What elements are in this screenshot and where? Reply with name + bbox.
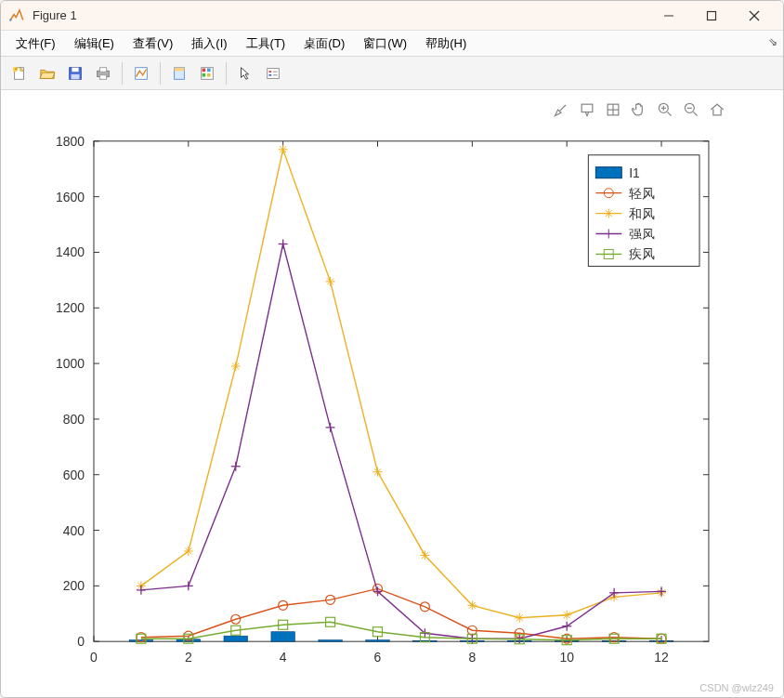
figure-window: Figure 1 文件(F) 编辑(E) 查看(V) 插入(I) 工具(T) 桌… xyxy=(0,0,784,698)
menu-help[interactable]: 帮助(H) xyxy=(416,33,476,55)
bar xyxy=(129,640,152,641)
svg-rect-10 xyxy=(72,67,78,72)
menu-view[interactable]: 查看(V) xyxy=(124,33,182,55)
bar xyxy=(366,640,389,641)
bar xyxy=(602,640,625,641)
svg-text:2: 2 xyxy=(185,650,192,665)
menu-insert[interactable]: 插入(I) xyxy=(182,33,236,55)
svg-text:800: 800 xyxy=(63,412,85,427)
svg-text:6: 6 xyxy=(374,650,382,665)
svg-rect-20 xyxy=(207,68,211,72)
pointer-button[interactable] xyxy=(232,60,258,86)
colorbar-button[interactable] xyxy=(194,60,220,86)
window-title: Figure 1 xyxy=(33,8,77,22)
svg-rect-13 xyxy=(99,67,106,72)
menu-overflow-icon[interactable]: ⇘ xyxy=(768,35,777,48)
bar xyxy=(649,640,673,641)
svg-text:1800: 1800 xyxy=(56,134,85,149)
menu-desktop[interactable]: 桌面(D) xyxy=(294,33,354,55)
axes[interactable]: 0246810120200400600800100012001400160018… xyxy=(1,90,783,697)
svg-rect-23 xyxy=(268,68,280,78)
figure-area: 0246810120200400600800100012001400160018… xyxy=(1,90,783,697)
maximize-button[interactable] xyxy=(690,1,733,31)
svg-text:1200: 1200 xyxy=(56,300,85,315)
new-figure-button[interactable]: ✦ xyxy=(7,60,33,86)
menu-tools[interactable]: 工具(T) xyxy=(237,33,295,55)
matlab-icon xyxy=(8,7,25,24)
titlebar: Figure 1 xyxy=(1,1,783,31)
svg-text:8: 8 xyxy=(468,650,476,665)
save-button[interactable] xyxy=(62,60,88,86)
bar xyxy=(555,640,578,641)
legend-label: 和风 xyxy=(629,206,655,221)
open-button[interactable] xyxy=(34,60,60,86)
svg-rect-2 xyxy=(708,11,716,20)
svg-text:0: 0 xyxy=(90,650,98,665)
svg-text:12: 12 xyxy=(654,650,669,665)
close-button[interactable] xyxy=(733,1,776,31)
legend[interactable]: I1轻风和风强风疾风 xyxy=(588,155,699,267)
svg-text:1600: 1600 xyxy=(56,190,85,204)
svg-rect-11 xyxy=(72,73,80,78)
svg-text:400: 400 xyxy=(63,523,85,538)
menu-file[interactable]: 文件(F) xyxy=(7,33,65,55)
legend-label: I1 xyxy=(629,165,640,180)
svg-rect-22 xyxy=(207,73,211,77)
svg-text:0: 0 xyxy=(77,634,85,649)
svg-rect-14 xyxy=(99,74,106,79)
svg-rect-21 xyxy=(203,73,206,77)
minimize-button[interactable] xyxy=(647,1,690,31)
legend-label: 强风 xyxy=(629,227,655,242)
menu-edit[interactable]: 编辑(E) xyxy=(65,33,124,55)
legend-button[interactable] xyxy=(260,60,286,86)
svg-rect-189 xyxy=(595,167,621,178)
bar xyxy=(319,640,342,641)
bar xyxy=(224,636,247,641)
link-button[interactable] xyxy=(128,60,154,86)
svg-rect-17 xyxy=(175,67,185,71)
svg-text:1000: 1000 xyxy=(56,356,85,371)
print-button[interactable] xyxy=(90,60,116,86)
edit-plot-button[interactable] xyxy=(166,60,192,86)
svg-point-0 xyxy=(9,19,11,20)
legend-label: 疾风 xyxy=(629,246,655,261)
svg-text:1400: 1400 xyxy=(56,244,85,259)
watermark: CSDN @wlz249 xyxy=(699,682,774,693)
menu-window[interactable]: 窗口(W) xyxy=(354,33,416,55)
bar xyxy=(271,632,294,641)
legend-label: 轻风 xyxy=(629,186,655,201)
svg-rect-19 xyxy=(203,68,206,72)
menubar: 文件(F) 编辑(E) 查看(V) 插入(I) 工具(T) 桌面(D) 窗口(W… xyxy=(1,31,783,57)
toolbar: ✦ xyxy=(1,57,783,90)
svg-text:200: 200 xyxy=(63,578,85,593)
svg-text:10: 10 xyxy=(559,650,574,665)
svg-text:✦: ✦ xyxy=(14,67,18,72)
svg-text:600: 600 xyxy=(63,468,85,482)
svg-text:4: 4 xyxy=(280,650,287,665)
bar xyxy=(413,640,437,641)
